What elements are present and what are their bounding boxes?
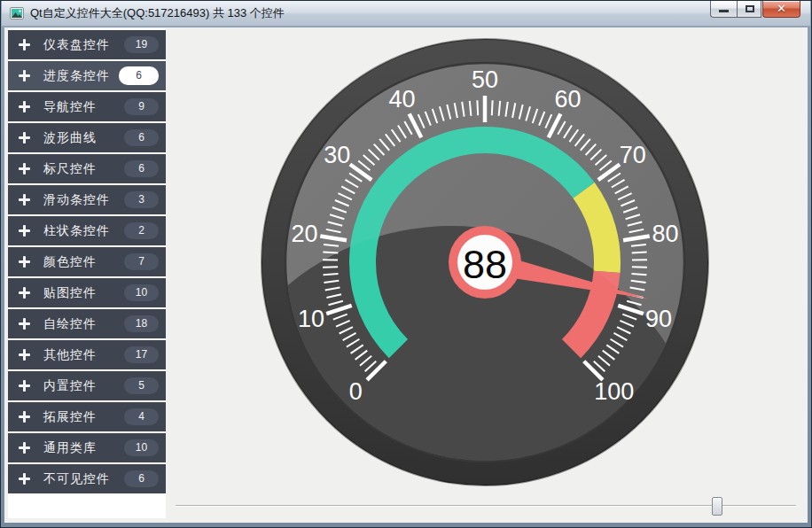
- sidebar-item-2[interactable]: 进度条控件6: [8, 61, 166, 90]
- app-icon: [10, 7, 24, 19]
- count-badge: 17: [124, 346, 159, 363]
- sidebar-item-14[interactable]: 通用类库10: [8, 433, 166, 462]
- sidebar-item-label: 导航控件: [43, 99, 124, 115]
- app-window: Qt自定义控件大全(QQ:517216493) 共 133 个控件 ✕ 仪表盘控…: [0, 0, 812, 528]
- sidebar-item-9[interactable]: 贴图控件10: [8, 278, 166, 307]
- maximize-button[interactable]: [737, 1, 761, 18]
- window-title: Qt自定义控件大全(QQ:517216493) 共 133 个控件: [30, 5, 285, 21]
- sidebar-item-label: 拓展控件: [43, 409, 124, 425]
- sidebar-item-label: 滑动条控件: [43, 192, 124, 208]
- sidebar-item-4[interactable]: 波形曲线6: [8, 123, 166, 152]
- sidebar-item-15[interactable]: 不可见控件6: [8, 464, 166, 493]
- sidebar-item-label: 波形曲线: [43, 130, 124, 146]
- count-badge: 6: [124, 470, 159, 487]
- expand-plus-icon: [19, 287, 30, 299]
- sidebar-item-label: 进度条控件: [43, 68, 119, 84]
- gauge-tick-label: 100: [594, 378, 634, 405]
- gauge-tick-label: 10: [298, 306, 324, 332]
- gauge-tick-label: 20: [292, 221, 318, 247]
- expand-plus-icon: [19, 380, 30, 392]
- count-badge: 10: [124, 439, 159, 456]
- expand-plus-icon: [19, 349, 30, 361]
- gauge-tick-label: 60: [554, 86, 581, 113]
- sidebar-item-label: 柱状条控件: [43, 223, 124, 239]
- sidebar-item-label: 内置控件: [43, 378, 124, 394]
- sidebar-item-label: 其他控件: [43, 347, 124, 363]
- expand-plus-icon: [19, 163, 30, 175]
- title-bar: Qt自定义控件大全(QQ:517216493) 共 133 个控件 ✕: [2, 1, 810, 27]
- expand-plus-icon: [19, 39, 30, 50]
- expand-plus-icon: [19, 442, 30, 454]
- count-badge: 7: [124, 253, 159, 270]
- sidebar-item-label: 贴图控件: [43, 285, 124, 301]
- expand-plus-icon: [19, 473, 30, 485]
- count-badge: 18: [124, 315, 159, 332]
- sidebar-item-label: 不可见控件: [43, 471, 124, 487]
- sidebar-item-8[interactable]: 颜色控件7: [8, 247, 166, 276]
- expand-plus-icon: [19, 132, 30, 144]
- maximize-icon: [746, 5, 754, 12]
- count-badge: 5: [124, 377, 159, 394]
- gauge-tick-label: 30: [324, 142, 350, 168]
- expand-plus-icon: [19, 194, 30, 206]
- caption-buttons: ✕: [710, 1, 800, 18]
- main-content: 仪表盘控件19进度条控件6导航控件9波形曲线6标尺控件6滑动条控件3柱状条控件2…: [4, 27, 808, 523]
- expand-plus-icon: [19, 256, 30, 268]
- gauge-tick-label: 40: [388, 86, 415, 113]
- gauge-tick-label: 70: [620, 142, 646, 168]
- close-icon: ✕: [763, 2, 800, 15]
- gauge-tick-label: 90: [645, 306, 672, 332]
- sidebar-item-1[interactable]: 仪表盘控件19: [8, 30, 166, 59]
- sidebar-item-12[interactable]: 内置控件5: [8, 371, 166, 400]
- expand-plus-icon: [19, 411, 30, 423]
- value-slider-groove[interactable]: [176, 505, 796, 507]
- expand-plus-icon: [19, 318, 30, 330]
- sidebar-item-label: 通用类库: [43, 440, 124, 456]
- expand-plus-icon: [19, 101, 30, 113]
- count-badge: 6: [124, 129, 159, 146]
- sidebar-item-label: 自绘控件: [43, 316, 124, 332]
- count-badge: 6: [119, 66, 159, 85]
- sidebar-item-7[interactable]: 柱状条控件2: [8, 216, 166, 245]
- sidebar-item-5[interactable]: 标尺控件6: [8, 154, 166, 183]
- minimize-icon: [719, 10, 729, 12]
- count-badge: 10: [124, 284, 159, 301]
- minimize-button[interactable]: [710, 1, 737, 18]
- sidebar-item-10[interactable]: 自绘控件18: [8, 309, 166, 338]
- value-slider-handle[interactable]: [712, 497, 722, 516]
- count-badge: 3: [124, 191, 159, 208]
- sidebar-item-label: 颜色控件: [43, 254, 124, 270]
- expand-plus-icon: [19, 225, 30, 237]
- gauge-tick-label: 0: [349, 378, 363, 405]
- close-button[interactable]: ✕: [762, 1, 800, 18]
- speed-gauge: 010203040506070809010088: [260, 37, 710, 487]
- expand-plus-icon: [19, 70, 30, 82]
- count-badge: 6: [124, 160, 159, 177]
- sidebar-item-label: 仪表盘控件: [43, 37, 124, 53]
- count-badge: 9: [124, 98, 159, 115]
- sidebar-item-3[interactable]: 导航控件9: [8, 92, 166, 121]
- count-badge: 19: [124, 36, 159, 53]
- count-badge: 4: [124, 408, 159, 425]
- gauge-tick-label: 80: [652, 221, 678, 247]
- sidebar-item-6[interactable]: 滑动条控件3: [8, 185, 166, 214]
- count-badge: 2: [124, 222, 159, 239]
- sidebar-item-label: 标尺控件: [43, 161, 124, 177]
- gauge-tick-label: 50: [472, 66, 498, 93]
- sidebar-item-13[interactable]: 拓展控件4: [8, 402, 166, 431]
- sidebar-category-list: 仪表盘控件19进度条控件6导航控件9波形曲线6标尺控件6滑动条控件3柱状条控件2…: [8, 28, 166, 518]
- gauge-center-value: 88: [463, 242, 507, 287]
- sidebar-item-11[interactable]: 其他控件17: [8, 340, 166, 369]
